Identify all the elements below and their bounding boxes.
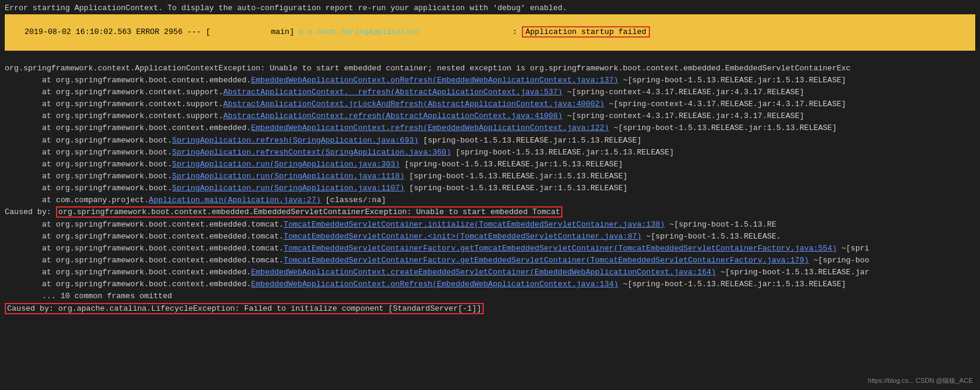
caused-by-1-line: Caused by: org.springframework.boot.cont… [5, 206, 975, 218]
stack-line-7: at org.springframework.boot.SpringApplic… [5, 147, 975, 159]
class-name: a.s.boot.SpringApplication [299, 27, 420, 36]
caused-by-1-prefix: Caused by: [5, 208, 56, 216]
blank-line-1 [5, 51, 975, 63]
caused-by-1-stack-0: at org.springframework.boot.context.embe… [5, 219, 975, 231]
stack-line-6: at org.springframework.boot.SpringApplic… [5, 135, 975, 147]
caused-by-1-stack-1: at org.springframework.boot.context.embe… [5, 231, 975, 243]
stack-line-1: at org.springframework.boot.context.embe… [5, 75, 975, 86]
stack-line-3: at org.springframework.context.support.A… [5, 98, 975, 110]
caused-by-2-line: Caused by: org.apache.catalina.Lifecycle… [5, 303, 975, 315]
timestamp: 2019-08-02 16:10:02.563 ERROR 2956 --- [… [24, 27, 298, 36]
stack-line-4: at org.springframework.context.support.A… [5, 110, 975, 122]
stack-line-9: at org.springframework.boot.SpringApplic… [5, 171, 975, 182]
caused-by-1-stack-2: at org.springframework.boot.context.embe… [5, 243, 975, 255]
caused-by-1-stack-3: at org.springframework.boot.context.embe… [5, 255, 975, 267]
error-header-line: 2019-08-02 16:10:02.563 ERROR 2956 --- [… [5, 14, 975, 50]
stack-line-11: at com.company.project.Application.main(… [5, 194, 975, 206]
watermark: https://blog.cs... CSDN @猫板_ACE [868, 376, 973, 385]
caused-by-2-text: Caused by: org.apache.catalina.Lifecycle… [5, 303, 484, 314]
line-1: Error starting ApplicationContext. To di… [5, 2, 975, 14]
stack-line-10: at org.springframework.boot.SpringApplic… [5, 182, 975, 194]
stack-line-8: at org.springframework.boot.SpringApplic… [5, 159, 975, 171]
console-output: Error starting ApplicationContext. To di… [0, 0, 980, 390]
application-startup-failed-box: Application startup failed [522, 26, 650, 38]
stack-line-2: at org.springframework.context.support.A… [5, 86, 975, 98]
error-label-prefix: : [419, 27, 522, 36]
caused-by-1-stack-6: ... 10 common frames omitted [5, 290, 975, 302]
stack-line-5: at org.springframework.boot.context.embe… [5, 122, 975, 134]
stack-line-0: org.springframework.context.ApplicationC… [5, 63, 975, 75]
caused-by-1-text: org.springframework.boot.context.embedde… [56, 206, 563, 218]
caused-by-1-stack-4: at org.springframework.boot.context.embe… [5, 267, 975, 278]
caused-by-1-stack-5: at org.springframework.boot.context.embe… [5, 278, 975, 290]
